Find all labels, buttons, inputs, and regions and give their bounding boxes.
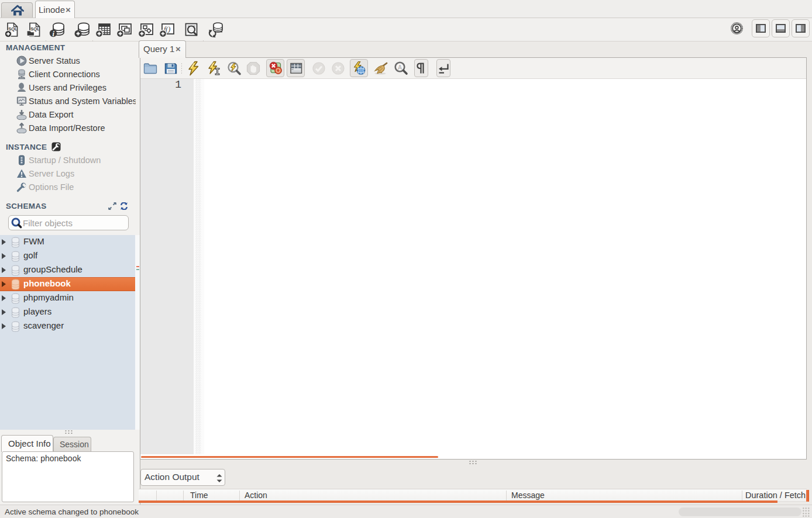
svg-text:A: A — [398, 64, 402, 71]
svg-text:i: i — [53, 30, 55, 38]
svg-text:SQL: SQL — [30, 26, 40, 32]
